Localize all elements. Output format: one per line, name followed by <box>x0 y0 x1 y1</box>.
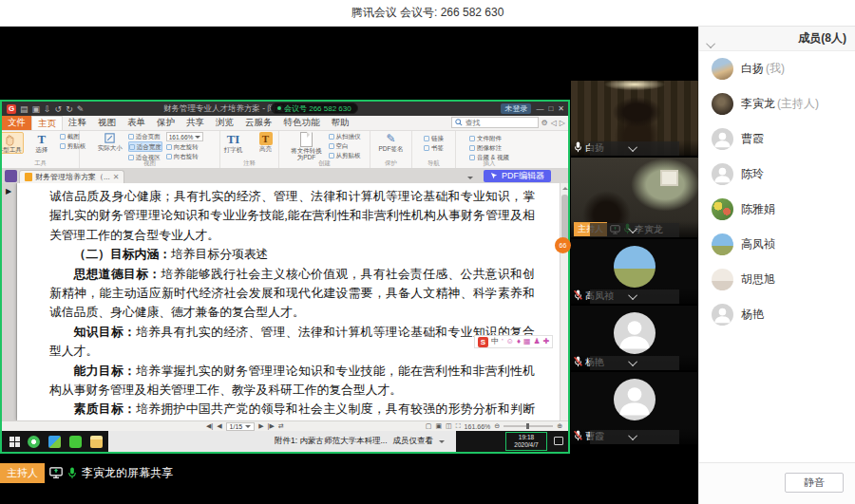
wps-logo-icon[interactable]: G <box>7 104 16 114</box>
convert-to-pdf-button[interactable]: 将文件转换为PDF <box>289 132 325 161</box>
from-clipboard-button[interactable]: 从剪贴板 <box>329 151 361 159</box>
facing-icon[interactable]: ◫ <box>446 422 452 430</box>
sidebar-strip[interactable]: ▶ <box>2 183 17 420</box>
fit-width-button[interactable]: 适合宽度 <box>128 141 162 152</box>
collapse-videos-button[interactable] <box>590 356 679 370</box>
menu-tab-4[interactable]: 视图 <box>92 116 122 130</box>
ime-mode-label[interactable]: 中 <box>491 336 499 347</box>
select-tool-button[interactable]: T 选择 <box>28 132 56 153</box>
reader-app-icon[interactable] <box>5 170 17 182</box>
fit-page-button[interactable]: 适合页面 <box>128 132 162 140</box>
print-icon[interactable]: ⇩ <box>44 104 51 114</box>
video-tile[interactable]: 高凤祯 <box>571 239 698 304</box>
sidebar-expand-icon[interactable]: ▶ <box>6 187 11 196</box>
scroll-up-icon[interactable] <box>562 184 568 190</box>
menu-tab-2[interactable]: 主页 <box>31 116 63 130</box>
video-tile[interactable]: 白扬 <box>571 81 698 156</box>
actual-size-button[interactable]: 实际大小 <box>96 132 124 151</box>
file-attachment-button[interactable]: 文件附件 <box>469 134 509 142</box>
menu-tab-7[interactable]: 共享 <box>180 116 210 130</box>
ime-emoji-icon[interactable]: ☺ <box>506 336 514 347</box>
image-annotation-button[interactable]: 图像标注 <box>469 143 509 152</box>
document-tab[interactable]: 财务管理培养方案（... ✕ <box>19 170 124 183</box>
taskbar-icon-security[interactable] <box>28 436 40 448</box>
view-history-icon[interactable]: ⇄ <box>278 422 284 430</box>
taskbar-icon-photos[interactable] <box>48 436 61 448</box>
collapse-panel-button[interactable] <box>709 35 715 52</box>
zoom-percent[interactable]: 161.66% <box>465 423 491 430</box>
meeting-id-floating-badge[interactable]: 会议号 266 582 630 <box>271 103 358 114</box>
menu-tab-6[interactable]: 保护 <box>151 116 180 130</box>
ime-toolbar[interactable]: S 中 ’ ☺ ♦ ▦ ♟ ✚ <box>474 335 553 348</box>
menu-tab-8[interactable]: 浏览 <box>210 116 239 130</box>
menu-tab-11[interactable]: 帮助 <box>326 116 355 130</box>
page-number-box[interactable]: 1/15 <box>226 422 256 431</box>
restore-icon[interactable]: □ <box>548 104 553 113</box>
collapse-videos-button[interactable] <box>590 430 679 444</box>
single-page-icon[interactable]: ▢ <box>426 422 432 430</box>
meeting-share-toolbar[interactable]: 附件1: 内蒙古师范大学本科理... 成员仅查看 <box>108 431 456 452</box>
search-input[interactable] <box>466 119 532 127</box>
ime-punct-icon[interactable]: ’ <box>502 336 504 347</box>
start-button-icon[interactable] <box>10 437 14 441</box>
pdf-page[interactable]: 诚信品质及身心健康；具有扎实的经济、管理、法律和计算机等理论基础和专业知识，掌握… <box>17 183 560 420</box>
member-list-item[interactable]: 高凤祯 <box>699 227 855 262</box>
hand-tool-button[interactable]: 手型工具 <box>2 132 24 154</box>
ime-keyboard-icon[interactable]: ▦ <box>523 336 531 347</box>
zoom-slider-knob[interactable] <box>526 423 529 429</box>
blank-button[interactable]: 空白 <box>329 141 361 150</box>
vertical-scrollbar[interactable] <box>560 183 568 420</box>
next-result-icon[interactable]: ▷ <box>560 119 565 127</box>
continuous-icon[interactable]: ▣ <box>435 422 442 430</box>
pdf-editor-button[interactable]: PDF编辑器 <box>484 170 551 182</box>
taskbar-icon-explorer[interactable] <box>90 436 103 448</box>
collapse-videos-button[interactable] <box>590 223 679 237</box>
zoom-value-box[interactable]: 161.66% <box>166 132 204 141</box>
menu-tab-1[interactable]: 文件 <box>2 116 31 130</box>
highlight-button[interactable]: T 高亮 <box>252 132 280 152</box>
undo-icon[interactable]: ↺ <box>55 104 63 114</box>
next-page-icon[interactable]: ▶ <box>258 422 263 430</box>
last-page-icon[interactable]: |▶ <box>268 422 275 430</box>
editor-dropdown-caret-icon[interactable] <box>467 177 473 182</box>
taskbar-clock[interactable]: 19:18 2020/4/7 <box>505 432 547 451</box>
prev-result-icon[interactable]: ◁ <box>551 119 557 127</box>
notification-center-icon[interactable] <box>554 437 563 445</box>
assistant-floating-ball[interactable]: 66 <box>555 237 571 253</box>
ime-toolbox-icon[interactable]: ✚ <box>543 336 550 347</box>
typewriter-button[interactable]: TI 打字机 <box>219 132 248 153</box>
close-icon[interactable]: ✕ <box>558 104 564 113</box>
member-list-item[interactable]: 李寅龙 (主持人) <box>699 86 855 121</box>
zoom-out-icon[interactable]: ⊖ <box>494 422 500 430</box>
stamp-icon[interactable]: ✎ <box>77 104 85 114</box>
member-list-item[interactable]: 陈雅娟 <box>699 192 855 227</box>
save-icon[interactable]: ▣ <box>32 104 41 114</box>
link-button[interactable]: 链接 <box>424 134 444 142</box>
login-status[interactable]: 未登录 <box>501 103 531 114</box>
minimize-icon[interactable]: — <box>536 104 543 113</box>
menu-tab-9[interactable]: 云服务 <box>239 116 278 130</box>
close-tab-icon[interactable]: ✕ <box>113 173 120 181</box>
prev-page-icon[interactable]: ◀ <box>217 422 221 430</box>
zoom-slider[interactable] <box>504 425 553 427</box>
rotate-left-button[interactable]: 向左旋转 <box>166 142 204 151</box>
ime-skin-icon[interactable]: ♟ <box>534 336 541 347</box>
menu-tab-3[interactable]: 注释 <box>63 116 92 130</box>
member-list-item[interactable]: 胡思旭 <box>699 262 855 297</box>
member-list-item[interactable]: 杨艳 <box>699 297 855 332</box>
pdf-sign-button[interactable]: ✎ PDF签名 <box>377 132 406 152</box>
redo-icon[interactable]: ↻ <box>66 104 73 114</box>
collapse-videos-button[interactable] <box>590 141 679 156</box>
from-scanner-button[interactable]: 从扫描仪 <box>329 132 361 140</box>
fullscreen-icon[interactable]: ⛶ <box>456 422 461 430</box>
video-tile[interactable]: 主持人 李寅龙 <box>571 158 698 237</box>
bookmark-button[interactable]: 书签 <box>424 143 444 152</box>
first-page-icon[interactable]: ◀| <box>206 422 213 430</box>
ime-mic-icon[interactable]: ♦ <box>517 336 521 347</box>
permission-label[interactable]: 成员仅查看 <box>393 436 434 447</box>
mute-button[interactable]: 静音 <box>785 473 844 493</box>
zoom-in-icon[interactable]: ⊕ <box>557 422 562 430</box>
sogou-logo-icon[interactable]: S <box>478 337 488 347</box>
video-tile[interactable]: 曹霞 <box>571 372 698 444</box>
member-list-item[interactable]: 白扬 (我) <box>699 51 855 86</box>
